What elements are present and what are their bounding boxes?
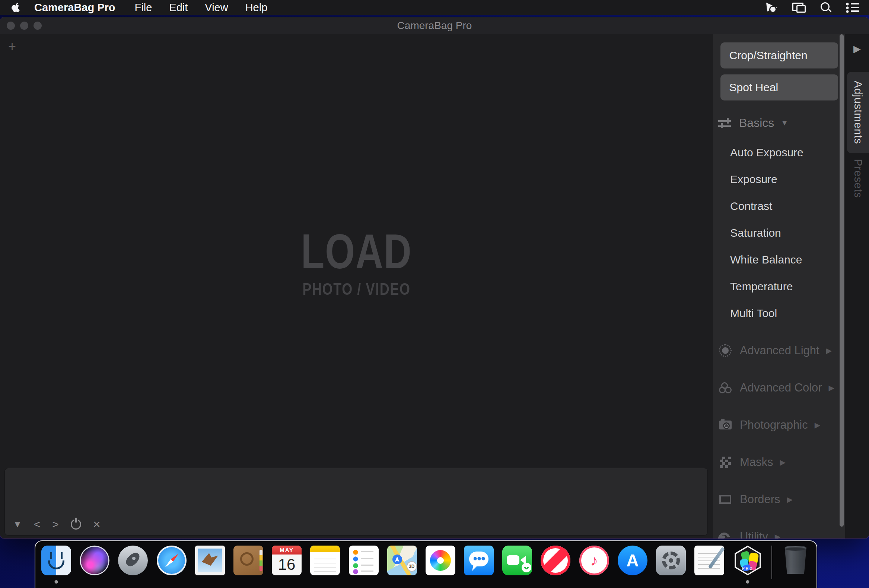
menubar-status-icons: [765, 0, 859, 15]
group-borders[interactable]: Borders ▶: [713, 481, 845, 518]
group-advanced-color[interactable]: Advanced Color ▶: [713, 369, 845, 406]
chevron-right-icon: ▶: [775, 532, 780, 539]
siri-icon: [80, 546, 110, 575]
apple-menu-icon[interactable]: [11, 1, 22, 14]
pointer-camera-icon[interactable]: [765, 1, 779, 14]
basics-section-header[interactable]: Basics ▼: [718, 116, 845, 130]
dock-item-contacts[interactable]: [233, 546, 263, 575]
chevron-right-icon: ▶: [826, 346, 832, 355]
dock-item-maps[interactable]: 3D: [387, 546, 417, 575]
dock-item-appstore[interactable]: A: [618, 546, 648, 575]
adjustments-sidebar: Crop/StraightenSpot Heal Basics ▼ Auto E…: [713, 34, 845, 539]
camerabag-pro-badge: PRO: [734, 566, 761, 570]
adjustment-item[interactable]: Exposure: [713, 166, 845, 193]
load-subtitle: PHOTO / VIDEO: [71, 280, 642, 299]
dock-item-textedit[interactable]: [694, 546, 724, 575]
menu-item[interactable]: Help: [245, 1, 268, 14]
adjustment-groups: Advanced Light ▶ Advanced Color ▶ Photog…: [713, 332, 845, 539]
dock-item-reminders[interactable]: [349, 546, 379, 575]
filmstrip-panel: ▼ < > ×: [4, 468, 708, 536]
dock-item-music[interactable]: ♪: [579, 546, 609, 575]
dock-item-calendar[interactable]: MAY 16: [272, 546, 302, 575]
maps-icon: 3D: [387, 546, 417, 575]
dock-item-messages[interactable]: [464, 546, 494, 575]
dock-item-launchpad[interactable]: [118, 546, 148, 575]
group-utility[interactable]: Utility ▶: [713, 518, 845, 539]
filmstrip-controls: ▼ < > ×: [13, 517, 101, 532]
dock-item-facetime[interactable]: [502, 546, 532, 575]
adjustment-item[interactable]: Saturation: [713, 219, 845, 246]
previous-photo-button[interactable]: <: [34, 518, 41, 531]
chevron-down-icon[interactable]: ▼: [781, 119, 788, 127]
tab-adjustments[interactable]: Adjustments: [847, 72, 869, 153]
dock-item-finder[interactable]: [42, 546, 71, 575]
maps-3d-badge: 3D: [406, 561, 417, 572]
dock-item-siri[interactable]: [80, 546, 110, 575]
menu-item[interactable]: View: [205, 1, 228, 14]
adjustment-item[interactable]: Multi Tool: [713, 300, 845, 327]
chevron-right-icon: ▶: [815, 421, 820, 430]
filmstrip-collapse-button[interactable]: ▼: [13, 519, 22, 530]
menu-bar: CameraBag Pro FileEditViewHelp: [0, 0, 869, 15]
finder-icon: [42, 546, 71, 575]
calendar-icon: MAY 16: [272, 546, 302, 575]
wrench-icon: [718, 531, 733, 539]
maps-navigation-arrow-icon: [392, 554, 402, 564]
messages-icon: [464, 546, 494, 575]
dock-item-camerabag-pro[interactable]: PRO: [733, 546, 762, 575]
safari-icon: [157, 546, 187, 575]
chevron-right-icon: ▶: [787, 495, 793, 504]
list-icon[interactable]: [846, 1, 859, 14]
panel-collapse-arrow-icon[interactable]: ▶: [853, 43, 861, 55]
dock: MAY 16 3D ♪ A PRO: [35, 541, 817, 588]
music-icon: ♪: [579, 546, 609, 575]
notes-icon: [310, 546, 340, 575]
camerabag-pro-icon: PRO: [733, 546, 762, 575]
photo-canvas[interactable]: + LOAD PHOTO / VIDEO ▼ < > ×: [0, 34, 713, 539]
close-photo-button[interactable]: ×: [93, 517, 101, 532]
load-title: LOAD: [79, 223, 635, 280]
camerabag-window: CameraBag Pro + LOAD PHOTO / VIDEO ▼ < >…: [0, 17, 869, 539]
contacts-icon: [233, 546, 263, 575]
window-title: CameraBag Pro: [0, 20, 869, 32]
load-placeholder[interactable]: LOAD PHOTO / VIDEO: [0, 223, 713, 299]
group-masks[interactable]: Masks ▶: [713, 444, 845, 481]
tab-presets[interactable]: Presets: [847, 157, 869, 200]
dock-item-safari[interactable]: [157, 546, 187, 575]
adjustment-item[interactable]: Temperature: [713, 273, 845, 300]
basics-adjustments-list: Auto ExposureExposureContrastSaturationW…: [713, 139, 845, 327]
dock-item-trash[interactable]: [781, 546, 811, 575]
dock-item-mail[interactable]: [195, 546, 225, 575]
displays-icon[interactable]: [792, 1, 806, 14]
panel-tab-strip: ▶ Adjustments Presets: [845, 34, 869, 539]
window-titlebar[interactable]: CameraBag Pro: [0, 17, 869, 34]
group-photographic[interactable]: Photographic ▶: [713, 406, 845, 444]
sidebar-scrollbar[interactable]: [839, 34, 844, 527]
add-photo-button[interactable]: +: [8, 39, 16, 54]
dock-item-system-preferences[interactable]: [656, 546, 686, 575]
dock-item-notes[interactable]: [310, 546, 340, 575]
tool-button[interactable]: Crop/Straighten: [721, 42, 838, 68]
adjustment-item[interactable]: White Balance: [713, 246, 845, 273]
dock-item-photos[interactable]: [426, 546, 455, 575]
adjustment-item[interactable]: Auto Exposure: [713, 139, 845, 166]
sliders-icon: [718, 118, 731, 128]
group-advanced-light[interactable]: Advanced Light ▶: [713, 332, 845, 369]
camera-icon: [718, 421, 733, 430]
gear-icon: [656, 546, 686, 575]
launchpad-icon: [118, 546, 148, 575]
next-photo-button[interactable]: >: [52, 518, 59, 531]
power-toggle-button[interactable]: [71, 519, 81, 530]
checkerboard-icon: [718, 457, 733, 468]
sun-icon: [718, 345, 733, 356]
tool-button[interactable]: Spot Heal: [721, 74, 838, 101]
adjustment-item[interactable]: Contrast: [713, 193, 845, 219]
search-icon[interactable]: [819, 1, 832, 14]
chevron-right-icon: ▶: [780, 458, 786, 467]
border-frame-icon: [718, 495, 733, 504]
active-app-name[interactable]: CameraBag Pro: [34, 1, 116, 14]
dock-item-news[interactable]: [541, 546, 570, 575]
menu-item[interactable]: Edit: [169, 1, 188, 14]
menu-item[interactable]: File: [135, 1, 152, 14]
color-circles-icon: [718, 382, 733, 393]
